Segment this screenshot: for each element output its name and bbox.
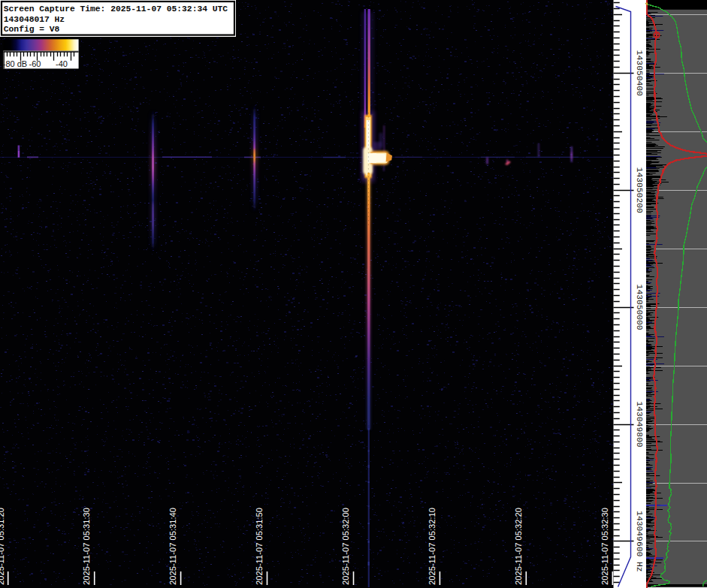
svg-text:-80 dB: -80 dB	[3, 59, 27, 68]
svg-text:2025-11-07 05:32:30: 2025-11-07 05:32:30	[600, 508, 609, 585]
svg-text:143050000: 143050000	[635, 285, 644, 330]
svg-text:-60: -60	[29, 59, 41, 68]
svg-text:2025-11-07 05:31:50: 2025-11-07 05:31:50	[255, 508, 264, 585]
svg-text:2025-11-07 05:31:20: 2025-11-07 05:31:20	[0, 508, 5, 585]
svg-text:Config = V8: Config = V8	[4, 25, 60, 34]
svg-text:143048017 Hz: 143048017 Hz	[4, 15, 65, 24]
svg-text:143049600 Hz: 143049600 Hz	[635, 511, 644, 571]
svg-text:2025-11-07 05:32:00: 2025-11-07 05:32:00	[341, 508, 350, 585]
svg-text:2025-11-07 05:32:20: 2025-11-07 05:32:20	[514, 508, 523, 585]
svg-text:Screen Capture Time: 2025-11-0: Screen Capture Time: 2025-11-07 05:32:34…	[4, 5, 228, 14]
svg-text:2025-11-07 05:31:40: 2025-11-07 05:31:40	[168, 508, 177, 585]
svg-text:143049800: 143049800	[635, 401, 644, 447]
svg-text:143050200: 143050200	[635, 167, 644, 213]
svg-text:143050400: 143050400	[635, 50, 644, 96]
svg-text:2025-11-07 05:32:10: 2025-11-07 05:32:10	[428, 508, 437, 585]
svg-text:2025-11-07 05:31:30: 2025-11-07 05:31:30	[82, 508, 91, 585]
svg-text:-40: -40	[56, 59, 68, 68]
